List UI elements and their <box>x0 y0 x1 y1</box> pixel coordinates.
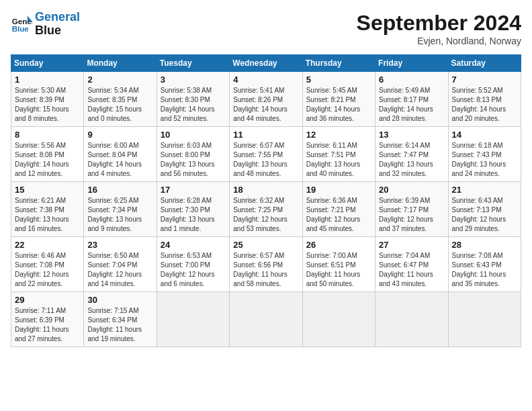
day-cell: 18Sunrise: 6:32 AM Sunset: 7:25 PM Dayli… <box>230 182 302 237</box>
day-number: 4 <box>233 75 298 85</box>
day-info: Sunrise: 7:04 AM Sunset: 6:47 PM Dayligh… <box>379 251 444 289</box>
logo-text: GeneralBlue <box>35 11 80 38</box>
day-info: Sunrise: 6:32 AM Sunset: 7:25 PM Dayligh… <box>233 196 298 234</box>
day-cell: 29Sunrise: 7:11 AM Sunset: 6:39 PM Dayli… <box>11 292 84 347</box>
svg-text:Blue: Blue <box>12 24 30 32</box>
day-cell: 5Sunrise: 5:45 AM Sunset: 8:21 PM Daylig… <box>302 72 375 127</box>
col-header-monday: Monday <box>84 55 157 72</box>
day-info: Sunrise: 5:30 AM Sunset: 8:39 PM Dayligh… <box>15 86 80 124</box>
col-header-wednesday: Wednesday <box>230 55 302 72</box>
day-info: Sunrise: 7:00 AM Sunset: 6:51 PM Dayligh… <box>306 251 371 289</box>
day-cell <box>448 292 521 347</box>
day-cell: 4Sunrise: 5:41 AM Sunset: 8:26 PM Daylig… <box>230 72 302 127</box>
day-cell: 26Sunrise: 7:00 AM Sunset: 6:51 PM Dayli… <box>302 237 375 292</box>
day-number: 13 <box>379 130 444 140</box>
day-cell: 10Sunrise: 6:03 AM Sunset: 8:00 PM Dayli… <box>157 127 229 182</box>
day-cell: 23Sunrise: 6:50 AM Sunset: 7:04 PM Dayli… <box>84 237 157 292</box>
day-number: 12 <box>306 130 371 140</box>
day-info: Sunrise: 7:15 AM Sunset: 6:34 PM Dayligh… <box>87 306 152 344</box>
day-cell <box>302 292 375 347</box>
day-cell: 7Sunrise: 5:52 AM Sunset: 8:13 PM Daylig… <box>448 72 521 127</box>
day-number: 10 <box>161 130 226 140</box>
location-subtitle: Evjen, Nordland, Norway <box>357 36 521 46</box>
day-number: 23 <box>87 240 152 250</box>
day-number: 2 <box>87 75 152 85</box>
day-number: 21 <box>452 185 517 195</box>
day-info: Sunrise: 7:08 AM Sunset: 6:43 PM Dayligh… <box>452 251 517 289</box>
day-number: 29 <box>15 295 80 305</box>
day-info: Sunrise: 5:52 AM Sunset: 8:13 PM Dayligh… <box>452 86 517 124</box>
day-number: 14 <box>452 130 517 140</box>
day-cell: 25Sunrise: 6:57 AM Sunset: 6:56 PM Dayli… <box>230 237 302 292</box>
day-info: Sunrise: 6:03 AM Sunset: 8:00 PM Dayligh… <box>161 141 226 179</box>
day-info: Sunrise: 6:53 AM Sunset: 7:00 PM Dayligh… <box>161 251 226 289</box>
page-header: General Blue GeneralBlue September 2024 … <box>11 11 521 46</box>
col-header-tuesday: Tuesday <box>157 55 229 72</box>
day-info: Sunrise: 5:38 AM Sunset: 8:30 PM Dayligh… <box>161 86 226 124</box>
week-row-3: 15Sunrise: 6:21 AM Sunset: 7:38 PM Dayli… <box>11 182 521 237</box>
day-cell: 12Sunrise: 6:11 AM Sunset: 7:51 PM Dayli… <box>302 127 375 182</box>
day-cell: 11Sunrise: 6:07 AM Sunset: 7:55 PM Dayli… <box>230 127 302 182</box>
day-cell: 22Sunrise: 6:46 AM Sunset: 7:08 PM Dayli… <box>11 237 84 292</box>
calendar-header: SundayMondayTuesdayWednesdayThursdayFrid… <box>11 55 521 72</box>
week-row-5: 29Sunrise: 7:11 AM Sunset: 6:39 PM Dayli… <box>11 292 521 347</box>
day-info: Sunrise: 6:11 AM Sunset: 7:51 PM Dayligh… <box>306 141 371 179</box>
day-info: Sunrise: 5:56 AM Sunset: 8:08 PM Dayligh… <box>15 141 80 179</box>
day-info: Sunrise: 6:36 AM Sunset: 7:21 PM Dayligh… <box>306 196 371 234</box>
day-info: Sunrise: 6:18 AM Sunset: 7:43 PM Dayligh… <box>452 141 517 179</box>
day-cell: 13Sunrise: 6:14 AM Sunset: 7:47 PM Dayli… <box>375 127 448 182</box>
day-number: 25 <box>233 240 298 250</box>
day-number: 17 <box>161 185 226 195</box>
day-info: Sunrise: 5:49 AM Sunset: 8:17 PM Dayligh… <box>379 86 444 124</box>
week-row-2: 8Sunrise: 5:56 AM Sunset: 8:08 PM Daylig… <box>11 127 521 182</box>
day-number: 18 <box>233 185 298 195</box>
day-number: 20 <box>379 185 444 195</box>
day-cell: 17Sunrise: 6:28 AM Sunset: 7:30 PM Dayli… <box>157 182 229 237</box>
day-number: 22 <box>15 240 80 250</box>
day-number: 6 <box>379 75 444 85</box>
day-number: 3 <box>161 75 226 85</box>
day-info: Sunrise: 6:00 AM Sunset: 8:04 PM Dayligh… <box>87 141 152 179</box>
day-cell: 15Sunrise: 6:21 AM Sunset: 7:38 PM Dayli… <box>11 182 84 237</box>
day-number: 7 <box>452 75 517 85</box>
day-number: 24 <box>161 240 226 250</box>
day-cell: 19Sunrise: 6:36 AM Sunset: 7:21 PM Dayli… <box>302 182 375 237</box>
day-number: 9 <box>87 130 152 140</box>
day-number: 11 <box>233 130 298 140</box>
day-cell: 24Sunrise: 6:53 AM Sunset: 7:00 PM Dayli… <box>157 237 229 292</box>
day-number: 27 <box>379 240 444 250</box>
calendar-table: SundayMondayTuesdayWednesdayThursdayFrid… <box>11 54 521 347</box>
day-info: Sunrise: 6:57 AM Sunset: 6:56 PM Dayligh… <box>233 251 298 289</box>
day-cell <box>157 292 229 347</box>
day-number: 28 <box>452 240 517 250</box>
day-cell: 14Sunrise: 6:18 AM Sunset: 7:43 PM Dayli… <box>448 127 521 182</box>
day-cell <box>230 292 302 347</box>
week-row-4: 22Sunrise: 6:46 AM Sunset: 7:08 PM Dayli… <box>11 237 521 292</box>
day-info: Sunrise: 6:46 AM Sunset: 7:08 PM Dayligh… <box>15 251 80 289</box>
day-cell <box>375 292 448 347</box>
col-header-thursday: Thursday <box>302 55 375 72</box>
day-cell: 3Sunrise: 5:38 AM Sunset: 8:30 PM Daylig… <box>157 72 229 127</box>
day-cell: 21Sunrise: 6:43 AM Sunset: 7:13 PM Dayli… <box>448 182 521 237</box>
day-cell: 30Sunrise: 7:15 AM Sunset: 6:34 PM Dayli… <box>84 292 157 347</box>
col-header-sunday: Sunday <box>11 55 84 72</box>
day-cell: 27Sunrise: 7:04 AM Sunset: 6:47 PM Dayli… <box>375 237 448 292</box>
day-info: Sunrise: 5:41 AM Sunset: 8:26 PM Dayligh… <box>233 86 298 124</box>
logo-icon: General Blue <box>11 13 32 35</box>
title-block: September 2024 Evjen, Nordland, Norway <box>357 11 521 46</box>
day-cell: 20Sunrise: 6:39 AM Sunset: 7:17 PM Dayli… <box>375 182 448 237</box>
day-cell: 6Sunrise: 5:49 AM Sunset: 8:17 PM Daylig… <box>375 72 448 127</box>
day-cell: 1Sunrise: 5:30 AM Sunset: 8:39 PM Daylig… <box>11 72 84 127</box>
day-info: Sunrise: 6:14 AM Sunset: 7:47 PM Dayligh… <box>379 141 444 179</box>
day-number: 5 <box>306 75 371 85</box>
logo: General Blue GeneralBlue <box>11 11 80 38</box>
day-info: Sunrise: 6:07 AM Sunset: 7:55 PM Dayligh… <box>233 141 298 179</box>
day-number: 15 <box>15 185 80 195</box>
day-number: 1 <box>15 75 80 85</box>
day-cell: 28Sunrise: 7:08 AM Sunset: 6:43 PM Dayli… <box>448 237 521 292</box>
month-title: September 2024 <box>357 11 521 36</box>
day-cell: 8Sunrise: 5:56 AM Sunset: 8:08 PM Daylig… <box>11 127 84 182</box>
day-cell: 2Sunrise: 5:34 AM Sunset: 8:35 PM Daylig… <box>84 72 157 127</box>
col-header-saturday: Saturday <box>448 55 521 72</box>
calendar-body: 1Sunrise: 5:30 AM Sunset: 8:39 PM Daylig… <box>11 72 521 347</box>
